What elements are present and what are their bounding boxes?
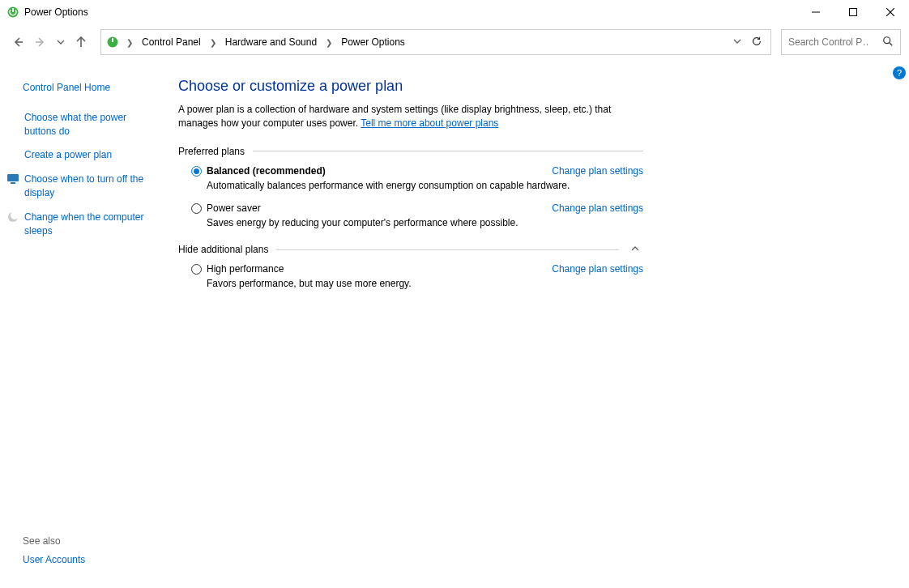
refresh-button[interactable]	[751, 36, 762, 49]
titlebar: Power Options	[0, 0, 909, 24]
minimize-button[interactable]	[797, 0, 834, 24]
additional-plans-group: Hide additional plans High performance C…	[178, 244, 643, 291]
radio-high-performance[interactable]	[191, 264, 202, 275]
see-also-user-accounts[interactable]: User Accounts	[23, 553, 159, 567]
address-bar[interactable]: ❯ Control Panel ❯ Hardware and Sound ❯ P…	[100, 29, 771, 55]
sidebar-link-computer-sleeps[interactable]: Change when the computer sleeps	[24, 211, 159, 238]
breadcrumb-item[interactable]: Hardware and Sound	[222, 35, 320, 49]
main-content: ? Choose or customize a power plan A pow…	[170, 63, 909, 588]
control-panel-home-link[interactable]: Control Panel Home	[23, 81, 159, 95]
chevron-right-icon[interactable]: ❯	[323, 38, 335, 47]
svg-point-16	[11, 211, 19, 219]
svg-rect-14	[11, 182, 15, 184]
preferred-plans-group: Preferred plans Balanced (recommended) C…	[178, 146, 643, 230]
plan-name[interactable]: Power saver	[207, 202, 261, 214]
search-box[interactable]	[781, 29, 901, 55]
radio-balanced[interactable]	[191, 166, 202, 177]
group-title: Preferred plans	[178, 146, 245, 157]
plan-name[interactable]: Balanced (recommended)	[207, 165, 326, 177]
plan-power-saver: Power saver Change plan settings Saves e…	[191, 202, 643, 230]
plan-description: Favors performance, but may use more ene…	[207, 277, 643, 291]
change-plan-settings-link[interactable]: Change plan settings	[552, 165, 643, 177]
radio-power-saver[interactable]	[191, 203, 202, 214]
plan-description: Saves energy by reducing your computer's…	[207, 216, 643, 230]
sidebar-item: Change when the computer sleeps	[23, 211, 159, 238]
breadcrumb-item[interactable]: Power Options	[338, 35, 408, 49]
search-icon[interactable]	[882, 36, 894, 49]
address-dropdown[interactable]	[733, 37, 741, 47]
svg-rect-3	[850, 9, 857, 16]
power-options-icon	[6, 6, 19, 19]
svg-point-11	[884, 36, 890, 43]
back-button[interactable]	[8, 32, 28, 52]
see-also-title: See also	[23, 535, 159, 547]
plan-high-performance: High performance Change plan settings Fa…	[191, 263, 643, 291]
divider	[253, 151, 643, 151]
monitor-icon	[6, 173, 19, 185]
search-input[interactable]	[788, 36, 869, 48]
plan-name[interactable]: High performance	[207, 263, 284, 275]
history-dropdown[interactable]	[53, 32, 68, 52]
change-plan-settings-link[interactable]: Change plan settings	[552, 202, 643, 214]
svg-rect-13	[7, 174, 19, 181]
sidebar: Control Panel Home Choose what the power…	[0, 63, 170, 588]
close-button[interactable]	[872, 0, 909, 24]
up-button[interactable]	[71, 32, 91, 52]
svg-rect-10	[112, 38, 113, 42]
maximize-button[interactable]	[834, 0, 872, 24]
plan-description: Automatically balances performance with …	[207, 179, 643, 193]
window-controls	[797, 0, 909, 24]
tell-me-more-link[interactable]: Tell me more about power plans	[361, 117, 498, 129]
page-description: A power plan is a collection of hardware…	[178, 103, 648, 131]
sidebar-item: Create a power plan	[23, 148, 159, 162]
sidebar-link-create-plan[interactable]: Create a power plan	[24, 148, 112, 162]
help-icon[interactable]: ?	[893, 66, 906, 79]
window-title: Power Options	[24, 6, 88, 18]
chevron-right-icon[interactable]: ❯	[124, 38, 135, 47]
page-heading: Choose or customize a power plan	[178, 78, 885, 95]
divider	[276, 249, 619, 250]
sidebar-item: Choose when to turn off the display	[23, 173, 159, 200]
power-options-icon	[106, 36, 119, 49]
body: Control Panel Home Choose what the power…	[0, 63, 909, 588]
sidebar-link-turn-off-display[interactable]: Choose when to turn off the display	[24, 173, 159, 200]
forward-button[interactable]	[31, 32, 50, 52]
sidebar-link-power-buttons[interactable]: Choose what the power buttons do	[24, 111, 159, 138]
change-plan-settings-link[interactable]: Change plan settings	[552, 263, 643, 275]
chevron-up-icon[interactable]	[627, 244, 643, 255]
plan-balanced: Balanced (recommended) Change plan setti…	[191, 165, 643, 193]
moon-icon	[6, 211, 19, 224]
group-title[interactable]: Hide additional plans	[178, 244, 268, 255]
sidebar-item: Choose what the power buttons do	[23, 111, 159, 138]
breadcrumb-item[interactable]: Control Panel	[139, 35, 204, 49]
svg-line-12	[890, 42, 893, 45]
svg-rect-1	[12, 8, 14, 12]
toolbar: ❯ Control Panel ❯ Hardware and Sound ❯ P…	[0, 24, 909, 63]
chevron-right-icon[interactable]: ❯	[207, 38, 219, 47]
